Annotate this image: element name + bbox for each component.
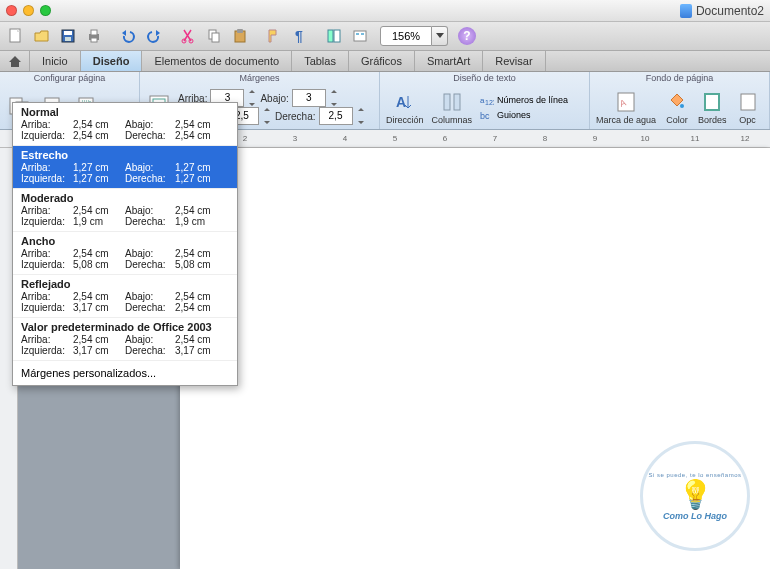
copy-button[interactable] — [202, 25, 226, 47]
window-titlebar: Documento2 — [0, 0, 770, 22]
direction-button[interactable]: ADirección — [386, 90, 424, 125]
margins-dropdown: NormalArriba:2,54 cmAbajo:2,54 cmIzquier… — [12, 102, 238, 386]
ribbon-group-text-label: Diseño de texto — [380, 73, 589, 83]
watermark-label: Marca de agua — [596, 115, 656, 125]
columns-button[interactable]: Columnas — [432, 90, 473, 125]
zoom-window-button[interactable] — [40, 5, 51, 16]
tab-tablas[interactable]: Tablas — [292, 51, 349, 71]
tab-graficos[interactable]: Gráficos — [349, 51, 415, 71]
page-color-label: Color — [666, 115, 688, 125]
svg-rect-35 — [705, 94, 719, 110]
svg-text:bc: bc — [480, 111, 490, 121]
watermark-button[interactable]: AMarca de agua — [596, 90, 656, 125]
margin-bottom-label: Abajo: — [260, 93, 288, 104]
svg-text:A: A — [396, 94, 406, 110]
svg-rect-18 — [361, 33, 364, 35]
watermark-badge: Si se puede, te lo enseñamos 💡 Como Lo H… — [640, 441, 750, 551]
hyphenation-button[interactable]: bcGuiones — [480, 109, 568, 121]
page-color-button[interactable]: Color — [664, 90, 690, 125]
svg-rect-3 — [65, 37, 71, 41]
custom-margins-item[interactable]: Márgenes personalizados... — [13, 361, 237, 385]
tab-revisar[interactable]: Revisar — [483, 51, 545, 71]
zoom-value-input[interactable]: 156% — [380, 26, 432, 46]
gallery-button[interactable] — [348, 25, 372, 47]
svg-rect-16 — [354, 31, 366, 41]
undo-button[interactable] — [116, 25, 140, 47]
new-doc-button[interactable] — [4, 25, 28, 47]
margin-bottom-input[interactable]: 3 — [292, 89, 326, 107]
margin-preset-valor-predeterminado-de-office-2003[interactable]: Valor predeterminado de Office 2003Arrib… — [13, 318, 237, 361]
svg-rect-2 — [64, 31, 72, 35]
quick-access-toolbar: ¶ 156% ? — [0, 22, 770, 51]
zoom-control: 156% — [380, 26, 448, 46]
lightbulb-icon: 💡 — [678, 478, 713, 511]
hyphenation-label: Guiones — [497, 110, 531, 120]
svg-text:¶: ¶ — [295, 28, 303, 44]
margin-preset-ancho[interactable]: AnchoArriba:2,54 cmAbajo:2,54 cmIzquierd… — [13, 232, 237, 275]
zoom-dropdown-button[interactable] — [432, 26, 448, 46]
svg-rect-17 — [356, 33, 359, 35]
svg-rect-27 — [444, 94, 450, 110]
ribbon-group-background-label: Fondo de página — [590, 73, 769, 83]
svg-rect-28 — [454, 94, 460, 110]
svg-rect-6 — [91, 38, 97, 42]
tab-elementos[interactable]: Elementos de documento — [142, 51, 292, 71]
format-painter-button[interactable] — [262, 25, 286, 47]
ribbon-group-page-setup-label: Configurar página — [0, 73, 139, 83]
margin-right-label: Derecha: — [275, 111, 316, 122]
margin-right-input[interactable]: 2,5 — [319, 107, 353, 125]
svg-rect-5 — [91, 30, 97, 35]
close-window-button[interactable] — [6, 5, 17, 16]
tab-diseno[interactable]: Diseño — [81, 51, 143, 71]
tab-inicio[interactable]: Inicio — [30, 51, 81, 71]
line-numbers-label: Números de línea — [497, 95, 568, 105]
ribbon-tabbar: Inicio Diseño Elementos de documento Tab… — [0, 51, 770, 72]
borders-button[interactable]: Bordes — [698, 90, 727, 125]
window-controls — [6, 5, 51, 16]
watermark-brand-text: Como Lo Hago — [663, 511, 727, 521]
ribbon-group-margins-label: Márgenes — [140, 73, 379, 83]
svg-rect-14 — [328, 30, 333, 42]
margin-preset-moderado[interactable]: ModeradoArriba:2,54 cmAbajo:2,54 cmIzqui… — [13, 189, 237, 232]
toggle-formatting-button[interactable]: ¶ — [288, 25, 312, 47]
document-title: Documento2 — [680, 4, 764, 18]
svg-text:123: 123 — [485, 99, 494, 106]
borders-label: Bordes — [698, 115, 727, 125]
options-button[interactable]: Opc — [735, 90, 761, 125]
document-title-text: Documento2 — [696, 4, 764, 18]
options-label: Opc — [739, 115, 756, 125]
help-button[interactable]: ? — [458, 27, 476, 45]
margin-preset-normal[interactable]: NormalArriba:2,54 cmAbajo:2,54 cmIzquier… — [13, 103, 237, 146]
paste-button[interactable] — [228, 25, 252, 47]
tab-smartart[interactable]: SmartArt — [415, 51, 483, 71]
direction-label: Dirección — [386, 115, 424, 125]
open-button[interactable] — [30, 25, 54, 47]
home-tab-icon[interactable] — [0, 51, 30, 71]
margin-preset-reflejado[interactable]: ReflejadoArriba:2,54 cmAbajo:2,54 cmIzqu… — [13, 275, 237, 318]
margin-preset-estrecho[interactable]: EstrechoArriba:1,27 cmAbajo:1,27 cmIzqui… — [13, 146, 237, 189]
svg-point-34 — [680, 104, 684, 108]
svg-rect-10 — [212, 33, 219, 42]
cut-button[interactable] — [176, 25, 200, 47]
line-numbers-button[interactable]: a123Números de línea — [480, 94, 568, 106]
svg-rect-12 — [237, 29, 243, 33]
columns-label: Columnas — [432, 115, 473, 125]
minimize-window-button[interactable] — [23, 5, 34, 16]
svg-rect-15 — [334, 30, 340, 42]
redo-button[interactable] — [142, 25, 166, 47]
print-button[interactable] — [82, 25, 106, 47]
navigation-pane-button[interactable] — [322, 25, 346, 47]
document-icon — [680, 4, 692, 18]
save-button[interactable] — [56, 25, 80, 47]
svg-rect-37 — [741, 94, 755, 110]
